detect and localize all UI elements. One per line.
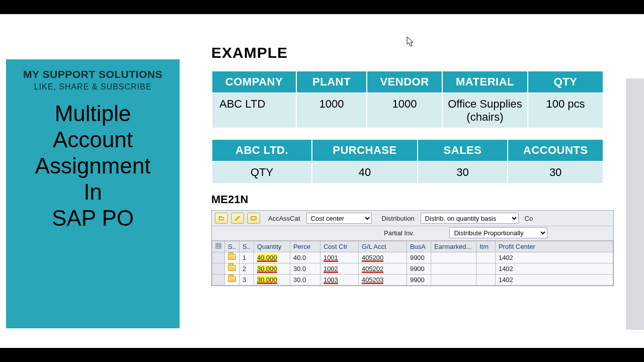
costctr-value: 1002 xyxy=(324,265,338,273)
col-glacct[interactable]: G/L Acct xyxy=(358,241,407,252)
svg-rect-0 xyxy=(251,217,257,220)
display-button[interactable] xyxy=(247,213,260,224)
cell-busa[interactable]: 9900 xyxy=(407,252,431,263)
table-row: ABC LTD 1000 1000 Office Supplies (chair… xyxy=(212,93,603,128)
folder-icon xyxy=(228,276,236,282)
detail-button[interactable] xyxy=(225,263,239,275)
col-quantity[interactable]: Quantity xyxy=(254,241,290,252)
cell-glacct[interactable]: 405203 xyxy=(358,275,407,286)
cell-earmarked[interactable] xyxy=(431,252,476,263)
col-costctr[interactable]: Cost Ctr xyxy=(320,241,358,252)
cell-busa[interactable]: 9900 xyxy=(407,275,431,286)
cell-quantity[interactable]: 30.000 xyxy=(254,263,290,275)
folder-icon xyxy=(228,265,236,271)
cell-perce[interactable]: 30.0 xyxy=(290,275,320,286)
gl-value: 405202 xyxy=(362,265,383,273)
cell-costctr[interactable]: 1003 xyxy=(320,275,358,286)
cell-plant: 1000 xyxy=(296,93,367,128)
table-header-row: ABC LTD. PURCHASE SALES ACCOUNTS xyxy=(212,139,603,161)
col-status1[interactable]: S.. xyxy=(225,241,239,252)
title-line: In xyxy=(84,179,102,204)
cell-seq[interactable]: 3 xyxy=(239,275,254,286)
col-profit-center[interactable]: Profit Center xyxy=(495,241,613,252)
cell-purchase-qty: 40 xyxy=(312,161,418,184)
co-label: Co xyxy=(525,215,533,222)
qty-value: 30.000 xyxy=(257,265,277,273)
col-status2[interactable]: S.. xyxy=(239,241,254,252)
cell-perce[interactable]: 30.0 xyxy=(290,263,320,275)
cell-seq[interactable]: 1 xyxy=(239,252,254,263)
cell-earmarked[interactable] xyxy=(431,275,476,286)
col-perce[interactable]: Perce xyxy=(290,241,320,252)
cell-itm[interactable] xyxy=(476,275,495,286)
distribution-label: Distribution xyxy=(382,215,415,222)
grid-row: 3 30.000 30.0 1003 405203 9900 1402 xyxy=(212,275,613,286)
gl-value: 405203 xyxy=(362,276,383,284)
row-selector[interactable] xyxy=(212,275,225,286)
cell-costctr[interactable]: 1002 xyxy=(320,263,358,275)
sap-grid: S.. S.. Quantity Perce Cost Ctr G/L Acct… xyxy=(212,241,613,286)
row-selector[interactable] xyxy=(212,252,225,263)
col-itm[interactable]: Itm xyxy=(476,241,495,252)
grid-header-row: S.. S.. Quantity Perce Cost Ctr G/L Acct… xyxy=(212,241,613,252)
title-line: Assignment xyxy=(35,153,151,178)
col-material: MATERIAL xyxy=(442,71,528,93)
distribution-select[interactable]: Distrib. on quantity basis xyxy=(421,213,519,224)
cell-quantity[interactable]: 40.000 xyxy=(254,252,290,263)
cell-busa[interactable]: 9900 xyxy=(407,263,431,275)
expand-button[interactable] xyxy=(215,213,228,224)
cell-qty: 100 pcs xyxy=(528,93,603,128)
sap-toolbar: AccAssCat Cost center Distribution Distr… xyxy=(212,211,613,226)
table-header-row: COMPANY PLANT VENDOR MATERIAL QTY xyxy=(212,71,603,93)
table-config-icon xyxy=(215,243,221,249)
cell-itm[interactable] xyxy=(476,263,495,275)
col-busa[interactable]: BusA xyxy=(407,241,431,252)
edit-button[interactable] xyxy=(231,213,244,224)
cell-costctr[interactable]: 1001 xyxy=(320,252,358,263)
sap-grid-pane: AccAssCat Cost center Distribution Distr… xyxy=(211,210,614,286)
accasscat-label: AccAssCat xyxy=(268,215,300,222)
content-area: EXAMPLE COMPANY PLANT VENDOR MATERIAL QT… xyxy=(211,44,629,286)
cell-itm[interactable] xyxy=(476,252,495,263)
cell-sales-qty: 30 xyxy=(418,161,508,184)
grid-row: 2 30.000 30.0 1002 405202 9900 1402 xyxy=(212,263,613,275)
folder-icon xyxy=(228,254,236,260)
display-icon xyxy=(250,215,257,222)
col-plant: PLANT xyxy=(296,71,367,93)
svg-rect-1 xyxy=(216,243,221,248)
cell-earmarked[interactable] xyxy=(431,263,476,275)
col-qty: QTY xyxy=(528,71,603,93)
cell-material: Office Supplies (chairs) xyxy=(442,93,528,128)
slide-page: MY SUPPORT SOLUTIONS LIKE, SHARE & SUBSC… xyxy=(0,14,644,348)
qty-value: 30.000 xyxy=(257,276,277,284)
cell-profit[interactable]: 1402 xyxy=(495,252,613,263)
title-line: Multiple xyxy=(55,101,131,126)
config-column-icon[interactable] xyxy=(212,241,225,252)
dept-table-wrap: ABC LTD. PURCHASE SALES ACCOUNTS QTY 40 … xyxy=(211,139,629,184)
col-purchase: PURCHASE xyxy=(312,139,418,161)
cell-glacct[interactable]: 405202 xyxy=(358,263,407,275)
col-sales: SALES xyxy=(418,139,508,161)
detail-button[interactable] xyxy=(225,275,239,286)
cell-qty-label: QTY xyxy=(212,161,312,184)
accasscat-select[interactable]: Cost center xyxy=(306,213,372,224)
detail-button[interactable] xyxy=(225,252,239,263)
costctr-value: 1001 xyxy=(324,254,338,262)
cell-profit[interactable]: 1402 xyxy=(495,275,613,286)
cell-perce[interactable]: 40.0 xyxy=(290,252,320,263)
partial-inv-select[interactable]: Distribute Proportionally xyxy=(449,227,547,238)
sap-toolbar-row2: Partial Inv. Distribute Proportionally xyxy=(212,226,613,241)
cell-profit[interactable]: 1402 xyxy=(495,263,613,275)
dept-table: ABC LTD. PURCHASE SALES ACCOUNTS QTY 40 … xyxy=(211,139,604,184)
cell-quantity[interactable]: 30.000 xyxy=(254,275,290,286)
col-accounts: ACCOUNTS xyxy=(508,139,603,161)
cell-glacct[interactable]: 405200 xyxy=(358,252,407,263)
cell-seq[interactable]: 2 xyxy=(239,263,254,275)
brand-text: MY SUPPORT SOLUTIONS xyxy=(13,68,173,80)
example-heading: EXAMPLE xyxy=(211,44,629,61)
row-selector[interactable] xyxy=(212,263,225,275)
col-vendor: VENDOR xyxy=(367,71,442,93)
partial-inv-label: Partial Inv. xyxy=(384,229,414,237)
expand-icon xyxy=(218,215,225,222)
col-earmarked[interactable]: Earmarked... xyxy=(431,241,476,252)
